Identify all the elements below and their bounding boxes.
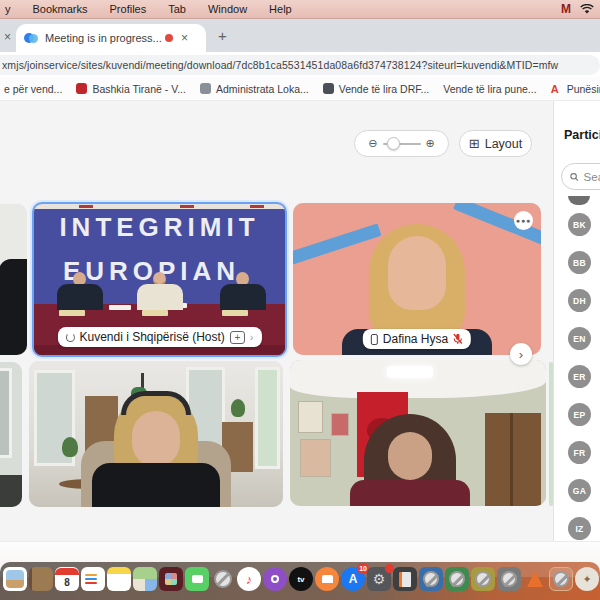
bookmark-label: Bashkia Tiranë - V... (92, 83, 186, 95)
menubar-app-icon[interactable]: M (561, 2, 571, 16)
partial-edge-app-icon[interactable]: ✦ (575, 567, 599, 591)
video-tile-partial-bottom-left[interactable] (0, 362, 22, 507)
participant-avatar[interactable]: BK (568, 213, 591, 236)
video-tile-host-active[interactable]: INTEGRIMIT EUROPIAN Kuvendi i Shqipërisë… (32, 202, 287, 357)
notebook-app-icon[interactable] (393, 567, 417, 591)
video-feed (0, 362, 22, 507)
blocked-app-icon[interactable] (419, 567, 443, 591)
vlc-app-icon[interactable] (523, 567, 547, 591)
books-app-icon[interactable] (315, 567, 339, 591)
participants-search-input[interactable]: Search (561, 163, 600, 190)
avatar-partially-scrolled (568, 196, 590, 205)
video-tile-dafina[interactable]: ●●● Dafina Hysa (293, 203, 541, 355)
menu-item-tab[interactable]: Tab (168, 3, 186, 15)
tab-meeting[interactable]: Meeting is in progress... × (16, 24, 206, 52)
bookmark-favicon (200, 83, 211, 94)
video-tile-office-headphones[interactable] (29, 361, 283, 507)
bookmark-item[interactable]: e për vend... (4, 83, 62, 95)
participant-avatar[interactable]: BB (568, 251, 591, 274)
meeting-content: ⊖ ⊕ ⊞ Layout INTEGRIMIT EUROPIAN (0, 101, 600, 541)
participant-silhouette (57, 272, 103, 310)
zoom-in-icon[interactable]: ⊕ (426, 137, 435, 150)
bookmark-item[interactable]: Bashkia Tiranë - V... (76, 83, 186, 95)
close-icon[interactable]: × (4, 30, 11, 44)
recording-dot-icon (165, 34, 173, 42)
tile-more-options-button[interactable]: ●●● (514, 211, 533, 230)
video-feed (29, 361, 283, 507)
contacts-app-icon[interactable] (29, 567, 53, 591)
participants-list: BK BB DH EN ER EP FR GA IZ (568, 213, 591, 540)
photo-booth-app-icon[interactable] (159, 567, 183, 591)
participant-avatar[interactable]: GA (568, 479, 591, 502)
connecting-spinner-icon (65, 333, 74, 342)
podcasts-app-icon[interactable] (263, 567, 287, 591)
url-field[interactable]: xmjs/joinservice/sites/kuvendi/meeting/d… (0, 55, 600, 75)
app-store-icon[interactable]: A10 (341, 567, 365, 591)
photos-app-icon[interactable] (3, 567, 27, 591)
gear-glyph: ⚙ (373, 571, 386, 587)
blocked-app-icon-highlighted[interactable] (549, 567, 573, 591)
menu-item-window[interactable]: Window (208, 3, 247, 15)
host-name-text: Kuvendi i Shqipërisë (Host) (79, 330, 224, 344)
menu-item-bookmarks[interactable]: Bookmarks (33, 3, 88, 15)
music-note-glyph: ♪ (246, 572, 253, 587)
video-tile-partial-left[interactable] (0, 204, 27, 355)
participants-panel-title: Participants (564, 128, 600, 142)
participant-avatar[interactable]: EN (568, 327, 591, 350)
new-tab-button[interactable]: + (218, 27, 227, 44)
video-zoom-slider[interactable]: ⊖ ⊕ (354, 130, 449, 157)
participant-avatar[interactable]: DH (568, 289, 591, 312)
blocked-app-icon[interactable] (211, 567, 235, 591)
participant-avatar[interactable]: EP (568, 403, 591, 426)
bookmark-item[interactable]: Administrata Loka... (200, 83, 309, 95)
macos-menu-bar: y Bookmarks Profiles Tab Window Help M (0, 0, 600, 19)
calendar-app-icon[interactable]: 8 (55, 567, 79, 591)
bookmark-label: Vende të lira DRF... (339, 83, 429, 95)
chevron-right-icon: › (250, 331, 254, 343)
bookmarks-bar: e për vend... Bashkia Tiranë - V... Admi… (0, 77, 600, 101)
add-pin-button[interactable]: + (230, 331, 245, 344)
facetime-app-icon[interactable] (185, 567, 209, 591)
bookmark-item[interactable]: Vende të lira pune... (443, 83, 536, 95)
participant-avatar[interactable]: IZ (568, 517, 591, 540)
search-placeholder: Search (584, 171, 600, 183)
close-icon[interactable]: × (181, 31, 188, 45)
participants-panel: Participants Search BK BB DH EN ER EP FR… (553, 101, 600, 541)
host-name-label: Kuvendi i Shqipërisë (Host) + › (57, 327, 261, 347)
carousel-next-button[interactable]: › (510, 343, 532, 365)
banner-text-line1: INTEGRIMIT (34, 212, 285, 243)
bookmark-favicon (323, 83, 334, 94)
participant-avatar[interactable]: FR (568, 441, 591, 464)
notes-app-icon[interactable] (107, 567, 131, 591)
speaker-name-label: Dafina Hysa (363, 329, 471, 349)
reminders-app-icon[interactable] (81, 567, 105, 591)
bookmark-label: e për vend... (4, 83, 62, 95)
phone-device-icon (371, 334, 378, 345)
blocked-app-icon[interactable] (445, 567, 469, 591)
bookmark-item[interactable]: Vende të lira DRF... (323, 83, 429, 95)
bookmark-item[interactable]: A Punësime (551, 83, 600, 95)
menu-item-help[interactable]: Help (269, 3, 292, 15)
layout-button-label: Layout (485, 137, 523, 151)
music-app-icon[interactable]: ♪ (237, 567, 261, 591)
wifi-icon[interactable] (580, 4, 594, 15)
apple-tv-app-icon[interactable]: tv (289, 567, 313, 591)
macos-dock: 8 ♪ tv A10 ⚙ ✦ (0, 562, 600, 600)
maps-app-icon[interactable] (133, 567, 157, 591)
layout-button[interactable]: ⊞ Layout (459, 130, 532, 157)
tv-glyph: tv (297, 575, 304, 584)
blocked-app-icon[interactable] (471, 567, 495, 591)
bookmark-label: Punësime (567, 83, 600, 95)
zoom-slider-track[interactable] (383, 143, 421, 145)
zoom-slider-handle[interactable] (387, 137, 400, 150)
video-tile-office-red-banner[interactable] (290, 360, 546, 506)
menu-item-profiles[interactable]: Profiles (110, 3, 147, 15)
webex-favicon (24, 31, 38, 45)
tab-title: Meeting is in progress... (45, 32, 163, 44)
blocked-app-icon[interactable] (497, 567, 521, 591)
menu-item-history-partial[interactable]: y (5, 3, 11, 15)
zoom-out-icon[interactable]: ⊖ (368, 137, 377, 150)
microphone-muted-icon (453, 333, 463, 345)
participant-avatar[interactable]: ER (568, 365, 591, 388)
system-settings-icon[interactable]: ⚙ (367, 567, 391, 591)
